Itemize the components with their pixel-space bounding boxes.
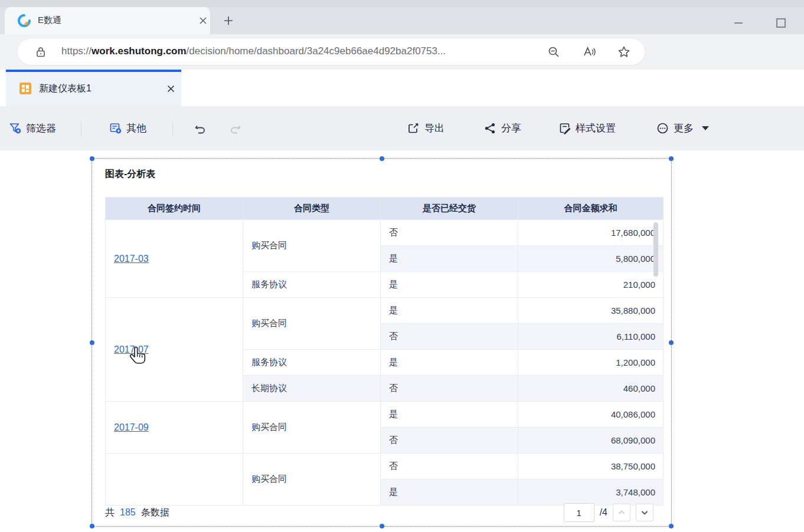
previous-page-button[interactable]: [613, 504, 630, 521]
total-suffix: 条数据: [141, 507, 169, 519]
delivered-cell: 否: [381, 428, 518, 454]
filter-button[interactable]: 筛选器: [9, 106, 56, 150]
table-footer: 共 185 条数据 /4: [105, 501, 659, 524]
style-settings-button[interactable]: 样式设置: [558, 106, 616, 150]
app-window: E数通 https://work.eshutong.com/decision: [0, 0, 804, 532]
sign-time-cell: 2017-09: [106, 402, 243, 454]
favorite-star-icon[interactable]: [617, 45, 631, 59]
form-add-icon: [109, 122, 122, 134]
zoom-out-icon[interactable]: [547, 45, 561, 59]
share-button-label: 分享: [501, 121, 521, 135]
selection-handle[interactable]: [90, 524, 94, 528]
redo-icon: [229, 122, 241, 134]
next-page-button[interactable]: [636, 504, 653, 521]
export-button[interactable]: 导出: [407, 106, 445, 150]
contract-type-cell: 长期协议: [243, 376, 381, 402]
new-tab-icon[interactable]: [223, 15, 234, 26]
delivered-cell: 否: [381, 376, 518, 402]
table-header-row: 合同签约时间 合同类型 是否已经交货 合同金额求和: [106, 198, 664, 220]
selection-handle[interactable]: [380, 156, 384, 161]
analysis-table-widget[interactable]: 图表-分析表 合同签约时间 合同类型 是否已经交货 合同金额求和 2017-03…: [91, 158, 672, 527]
delivered-cell: 否: [381, 324, 518, 350]
page-number-input[interactable]: [564, 503, 594, 522]
url-input[interactable]: https://work.eshutong.com/decision/home/…: [18, 39, 645, 65]
column-header-amount-sum[interactable]: 合同金额求和: [518, 198, 664, 220]
contract-type-cell: 购买合同: [243, 220, 381, 272]
undo-button[interactable]: [194, 106, 206, 150]
amount-cell: 460,000: [518, 376, 664, 402]
column-header-delivered[interactable]: 是否已经交货: [381, 198, 518, 220]
analysis-table-body: 2017-03购买合同否17,680,000是5,800,000服务协议是210…: [106, 220, 664, 505]
lock-icon[interactable]: [34, 45, 47, 58]
table-row: 2017-07购买合同是35,880,000: [106, 298, 664, 324]
contract-type-cell: 购买合同: [243, 402, 381, 454]
more-button-label: 更多: [674, 121, 694, 135]
dashboard-tab[interactable]: 新建仪表板1: [6, 70, 181, 106]
dashboard-toolbar: 筛选器 其他: [0, 106, 804, 150]
dashboard-grid-icon: [19, 82, 32, 95]
style-settings-button-label: 样式设置: [576, 121, 616, 135]
browser-address-bar: https://work.eshutong.com/decision/home/…: [0, 34, 804, 70]
browser-tab-title: E数通: [38, 15, 61, 26]
export-button-label: 导出: [424, 121, 445, 135]
sign-time-link[interactable]: 2017-09: [114, 422, 149, 432]
amount-cell: 35,880,000: [518, 298, 664, 324]
sign-time-cell: 2017-07: [106, 298, 243, 402]
table-row: 2017-09购买合同是40,086,000: [106, 402, 664, 428]
undo-icon: [194, 122, 206, 134]
browser-tab[interactable]: E数通: [5, 7, 210, 34]
amount-cell: 5,800,000: [518, 246, 664, 272]
analysis-table: 合同签约时间 合同类型 是否已经交货 合同金额求和 2017-03购买合同否17…: [105, 197, 664, 505]
amount-cell: 38,750,000: [518, 454, 664, 480]
total-records: 共 185 条数据: [105, 501, 169, 524]
sign-time-cell: [106, 454, 243, 505]
more-ellipsis-icon: [656, 122, 669, 134]
column-header-contract-type[interactable]: 合同类型: [243, 198, 381, 220]
other-button[interactable]: 其他: [109, 106, 146, 150]
window-top-strip: [0, 0, 804, 7]
amount-cell: 68,090,000: [518, 428, 664, 454]
selection-handle[interactable]: [90, 156, 94, 161]
column-header-sign-time[interactable]: 合同签约时间: [106, 198, 243, 220]
url-host: work.eshutong.com: [91, 45, 187, 57]
total-count[interactable]: 185: [120, 507, 136, 518]
filter-add-icon: [9, 122, 21, 134]
more-button[interactable]: 更多: [656, 106, 709, 150]
amount-cell: 1,200,000: [518, 350, 664, 376]
delivered-cell: 是: [381, 402, 518, 428]
window-minimize-icon[interactable]: [725, 15, 752, 31]
toolbar-divider: [172, 121, 173, 136]
table-row: 购买合同否38,750,000: [106, 454, 664, 480]
share-button[interactable]: 分享: [484, 106, 521, 150]
amount-cell: 6,110,000: [518, 324, 664, 350]
dashboard-tab-close-icon[interactable]: [166, 84, 175, 93]
delivered-cell: 是: [381, 298, 518, 324]
contract-type-cell: 服务协议: [243, 272, 381, 298]
more-dropdown-caret-icon: [702, 126, 709, 130]
toolbar-divider: [81, 121, 81, 136]
delivered-cell: 否: [381, 220, 518, 246]
sign-time-link[interactable]: 2017-03: [114, 254, 149, 264]
contract-type-cell: 服务协议: [243, 350, 381, 376]
delivered-cell: 是: [381, 246, 518, 272]
selection-handle[interactable]: [380, 524, 384, 528]
selection-handle[interactable]: [669, 340, 674, 345]
delivered-cell: 否: [381, 454, 518, 480]
sign-time-cell: 2017-03: [106, 220, 243, 298]
close-tab-icon[interactable]: [198, 16, 208, 25]
url-text[interactable]: https://work.eshutong.com/decision/home/…: [61, 45, 446, 57]
selection-handle[interactable]: [669, 156, 674, 161]
contract-type-cell: 购买合同: [243, 454, 381, 505]
delivered-cell: 是: [381, 350, 518, 376]
share-icon: [484, 122, 496, 134]
browser-tab-strip: E数通: [0, 7, 804, 34]
sign-time-link[interactable]: 2017-07: [114, 344, 149, 354]
dashboard-canvas[interactable]: 图表-分析表 合同签约时间 合同类型 是否已经交货 合同金额求和 2017-03…: [0, 150, 804, 532]
window-maximize-icon[interactable]: [767, 15, 795, 31]
selection-handle[interactable]: [669, 524, 674, 528]
redo-button[interactable]: [229, 106, 241, 150]
table-scrollbar-thumb[interactable]: [653, 222, 658, 277]
total-prefix: 共: [105, 507, 115, 519]
selection-handle[interactable]: [90, 340, 94, 345]
read-aloud-icon[interactable]: [582, 45, 596, 59]
